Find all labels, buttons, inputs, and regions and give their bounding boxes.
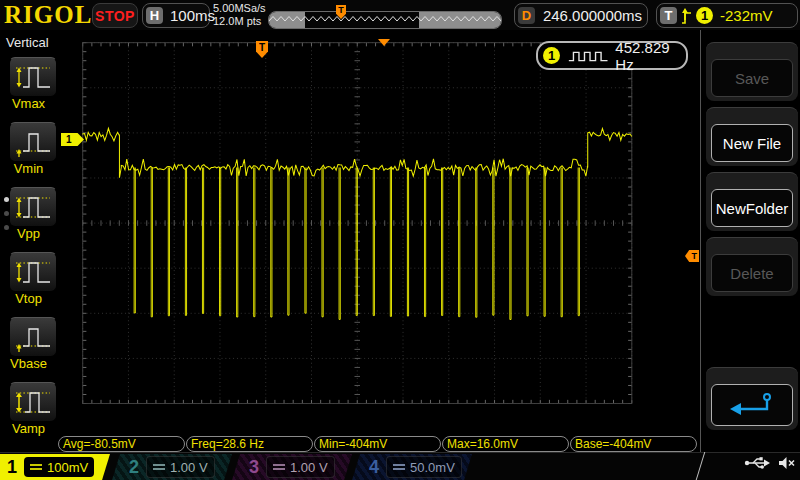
back-button[interactable] xyxy=(711,384,793,426)
measure-item-vmax[interactable] xyxy=(9,57,57,97)
status-icons xyxy=(744,455,796,471)
freq-counter-channel-badge: 1 xyxy=(543,47,560,64)
measure-item-vtop[interactable] xyxy=(9,252,57,292)
vbase-icon xyxy=(13,320,53,354)
sample-rate: 5.00MSa/s xyxy=(213,2,266,15)
measure-item-vmin[interactable] xyxy=(9,122,57,162)
vamp-icon xyxy=(13,385,53,419)
vmin-icon xyxy=(13,125,53,159)
trigger-source-badge: 1 xyxy=(696,7,713,24)
measurement-avg[interactable]: Avg=-80.5mV xyxy=(58,436,185,452)
dc-coupling-icon xyxy=(393,464,405,470)
vpp-icon xyxy=(13,190,53,224)
window-center-marker-icon xyxy=(378,39,390,46)
channel-2-tab[interactable]: 2 1.00 V xyxy=(124,454,215,480)
speaker-muted-icon xyxy=(777,455,796,471)
ch4-scale: 50.0mV xyxy=(410,460,455,475)
measure-label-vmin: Vmin xyxy=(0,161,57,176)
save-button[interactable]: Save xyxy=(711,59,793,97)
measurement-max[interactable]: Max=16.0mV xyxy=(442,436,569,452)
measure-label-vtop: Vtop xyxy=(0,291,57,306)
ch3-scale: 1.00 V xyxy=(290,460,328,475)
vtop-icon xyxy=(13,255,53,289)
timebase-badge: H xyxy=(146,7,163,24)
ch4-number: 4 xyxy=(364,457,384,478)
run-state-label: STOP xyxy=(95,8,135,24)
ch2-number: 2 xyxy=(124,457,144,478)
measurement-results-bar: Avg=-80.5mV Freq=28.6 Hz Min=-404mV Max=… xyxy=(58,436,698,453)
channel-status-bar: 1 100mV 2 1.00 V 3 1.00 V 4 50.0mV xyxy=(0,452,800,480)
menu-page-dot xyxy=(4,197,9,202)
timebase-box[interactable]: H 100ms xyxy=(142,3,210,28)
rigol-logo: RIGOL xyxy=(4,1,92,29)
waveform-record-preview[interactable] xyxy=(268,11,502,29)
ch1-scale-box: 100mV xyxy=(24,457,94,477)
waveform-display: 1 452.829 Hz T 1 T Avg=-80.5mV Freq=28.6… xyxy=(57,30,697,452)
vmax-icon xyxy=(13,60,53,94)
menu-divider xyxy=(700,30,701,452)
trigger-badge: T xyxy=(660,7,677,24)
rising-edge-trigger-icon xyxy=(680,7,693,25)
frequency-counter: 1 452.829 Hz xyxy=(536,41,688,70)
square-wave-icon xyxy=(567,48,609,64)
dc-coupling-icon xyxy=(153,464,165,470)
delay-value: 246.000000ms xyxy=(542,7,643,24)
acquisition-info: 5.00MSa/s 12.0M pts xyxy=(213,2,266,28)
measure-item-vbase[interactable] xyxy=(9,317,57,357)
dc-coupling-icon xyxy=(30,464,42,470)
return-arrow-icon xyxy=(726,390,778,420)
ch2-scale: 1.00 V xyxy=(170,460,208,475)
softkey-slot: NewFolder xyxy=(706,172,798,231)
softkey-slot: Save xyxy=(706,42,798,101)
delay-box[interactable]: D 246.000000ms xyxy=(514,3,648,28)
delete-button[interactable]: Delete xyxy=(711,254,793,292)
channel-1-tab[interactable]: 1 100mV xyxy=(2,454,94,480)
channel-3-tab[interactable]: 3 1.00 V xyxy=(244,454,335,480)
measure-label-vbase: Vbase xyxy=(0,356,57,371)
top-status-bar: RIGOL STOP H 100ms 5.00MSa/s 12.0M pts T… xyxy=(0,0,800,31)
left-measure-menu: Vertical Vmax Vmin Vpp xyxy=(0,30,58,452)
freq-counter-value: 452.829 Hz xyxy=(615,39,686,73)
measure-item-vamp[interactable] xyxy=(9,382,57,422)
measure-label-vamp: Vamp xyxy=(0,421,57,436)
menu-page-dot xyxy=(4,211,9,216)
trigger-level-value: -232mV xyxy=(720,7,773,24)
usb-icon xyxy=(744,455,771,471)
menu-page-dot xyxy=(4,225,9,230)
ch2-scale-box: 1.00 V xyxy=(146,456,215,478)
ch3-scale-box: 1.00 V xyxy=(266,456,335,478)
dc-coupling-icon xyxy=(273,464,285,470)
right-softkey-menu: Save Save New File NewFolder Delete xyxy=(697,30,800,452)
preview-waveform xyxy=(269,12,501,28)
measure-label-vmax: Vmax xyxy=(0,96,57,111)
new-file-button[interactable]: New File xyxy=(711,124,793,162)
ch1-scale: 100mV xyxy=(47,460,88,475)
memory-depth: 12.0M pts xyxy=(213,15,266,28)
trigger-box[interactable]: T 1 -232mV xyxy=(656,3,798,28)
measurement-min[interactable]: Min=-404mV xyxy=(314,436,441,452)
softkey-slot xyxy=(706,367,798,430)
ch4-scale-box: 50.0mV xyxy=(386,456,462,478)
softkey-slot: Delete xyxy=(706,237,798,296)
left-menu-title: Vertical xyxy=(6,35,49,50)
timebase-value: 100ms xyxy=(170,7,215,24)
run-state-indicator[interactable]: STOP xyxy=(92,3,138,28)
delay-badge: D xyxy=(518,7,535,24)
channel-4-tab[interactable]: 4 50.0mV xyxy=(364,454,462,480)
measurement-freq[interactable]: Freq=28.6 Hz xyxy=(186,436,313,452)
ch3-number: 3 xyxy=(244,457,264,478)
new-folder-button[interactable]: NewFolder xyxy=(711,189,793,227)
softkey-slot: New File xyxy=(706,107,798,166)
ch1-number: 1 xyxy=(2,457,22,478)
measurement-base[interactable]: Base=-404mV xyxy=(570,436,697,452)
graticule-and-trace xyxy=(57,30,697,452)
measure-item-vpp[interactable] xyxy=(9,187,57,227)
